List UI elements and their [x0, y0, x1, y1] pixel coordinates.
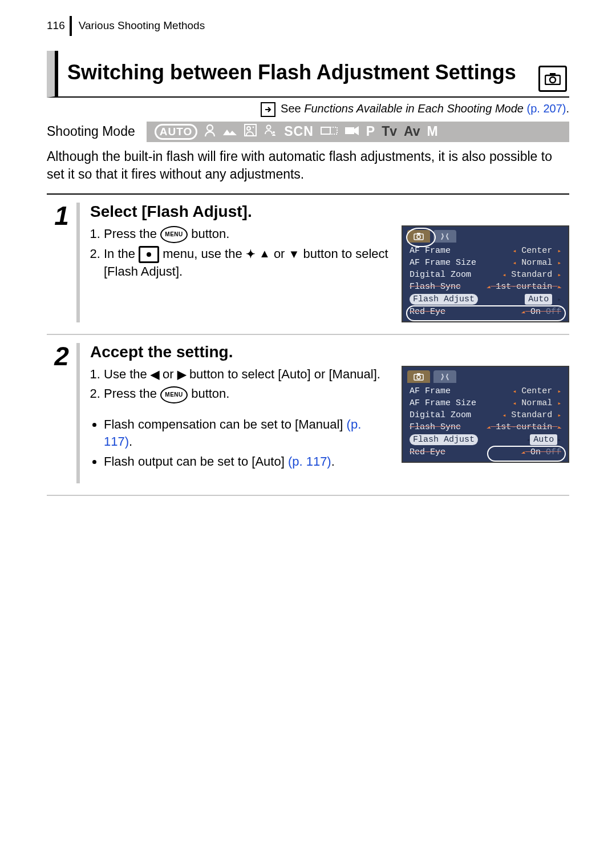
step-number: 1 — [54, 203, 69, 322]
camera-mode-icon — [538, 66, 567, 92]
lcd-row: Flash Sync◂ 1st-curtain ▸ — [407, 421, 564, 433]
step2-instruction-1: Use the ◀ or ▶ button to select [Auto] o… — [104, 366, 390, 383]
lcd-label: AF Frame — [410, 386, 451, 396]
svg-rect-10 — [345, 127, 354, 134]
lcd-row: Flash Sync◂ 1st-curtain ▸ — [407, 281, 564, 293]
down-arrow-icon: ▼ — [289, 248, 300, 260]
shooting-mode-label: Shooting Mode — [47, 124, 135, 139]
lcd-value-wrap: ◂ Normal ▸ — [513, 258, 561, 268]
lcd-label: Flash Sync — [410, 282, 461, 292]
lcd-value-wrap: ◂Auto▸ — [526, 435, 561, 445]
step2-bullet-1: Flash compensation can be set to [Manual… — [104, 416, 390, 451]
lcd-value-wrap: Auto ▸ — [525, 294, 561, 304]
svg-rect-1 — [550, 73, 556, 76]
mode-tv-label: Tv — [382, 124, 397, 139]
lcd-label: Flash Adjust — [410, 434, 478, 445]
lcd-row: AF Frame◂ Center ▸ — [407, 245, 564, 257]
step-number: 2 — [54, 343, 69, 483]
step1-instruction-1: Press the MENU button. — [104, 225, 390, 243]
intro-text: Although the built-in flash will fire wi… — [47, 148, 569, 183]
svg-rect-9 — [330, 127, 337, 134]
lcd-value-wrap: ◂ Center ▸ — [513, 386, 561, 396]
mode-kids-pets-icon — [264, 124, 277, 140]
page-number: 116 — [47, 16, 72, 36]
lcd-label: AF Frame Size — [410, 398, 476, 408]
mode-auto-icon: AUTO — [155, 124, 197, 140]
lcd-value-wrap: ◂ Standard ▸ — [502, 410, 561, 420]
lcd-row: AF Frame Size◂ Normal ▸ — [407, 397, 564, 409]
svg-rect-12 — [417, 233, 420, 235]
page-link[interactable]: (p. 117) — [288, 454, 331, 469]
step-1: 1 Select [Flash Adjust]. Press the MENU … — [47, 195, 569, 335]
lcd-row: Red-Eye◂ On Off — [407, 306, 564, 318]
svg-point-7 — [273, 131, 275, 134]
lcd-value-wrap: ◂ Standard ▸ — [502, 270, 561, 280]
lcd-row: Flash AdjustAuto ▸ — [407, 293, 564, 306]
lcd-row: Digital Zoom◂ Standard ▸ — [407, 269, 564, 281]
menu-button-icon: MENU — [160, 386, 188, 403]
mode-night-icon — [244, 124, 257, 140]
lcd-row: Flash Adjust◂Auto▸ — [407, 433, 564, 446]
mode-av-label: Av — [404, 124, 420, 139]
mode-portrait-icon — [204, 124, 216, 140]
lcd-label: Red-Eye — [410, 307, 445, 317]
lcd-value-wrap: ◂ Normal ▸ — [513, 398, 561, 408]
up-arrow-icon: ✦ — [246, 248, 256, 260]
arrow-right-icon — [261, 102, 275, 117]
svg-point-2 — [550, 77, 556, 83]
lcd-row: Red-Eye◂ On Off — [407, 446, 564, 458]
svg-point-13 — [417, 235, 420, 239]
lcd-tab-rec-icon — [407, 230, 430, 243]
shooting-mode-row: Shooting Mode AUTO SCN P Tv Av M — [47, 122, 569, 142]
lcd-tab-tools-icon — [433, 370, 456, 383]
svg-point-16 — [417, 376, 420, 379]
see-reference: See Functions Available in Each Shooting… — [47, 102, 569, 117]
mode-p-label: P — [366, 124, 375, 139]
step-title: Select [Flash Adjust]. — [90, 203, 569, 221]
lcd-row: Digital Zoom◂ Standard ▸ — [407, 409, 564, 421]
lcd-tab-tools-icon — [433, 230, 456, 243]
svg-point-6 — [267, 125, 271, 129]
title-block: Switching between Flash Adjustment Setti… — [47, 51, 569, 98]
lcd-row: AF Frame Size◂ Normal ▸ — [407, 257, 564, 269]
lcd-label: Red-Eye — [410, 447, 445, 457]
left-arrow-icon: ◀ — [151, 368, 159, 381]
lcd-label: Digital Zoom — [410, 270, 471, 280]
see-page-link[interactable]: (p. 207) — [527, 102, 566, 115]
step1-instruction-2: In the menu, use the ✦ placeholder ▲ or … — [104, 245, 390, 281]
mode-stitch-icon — [321, 124, 338, 139]
step-2: 2 Accept the setting. Use the ◀ or ▶ but… — [47, 335, 569, 496]
up-arrow-icon: ▲ — [259, 245, 270, 261]
step2-instruction-2: Press the MENU button. — [104, 385, 390, 403]
lcd-label: Digital Zoom — [410, 410, 471, 420]
see-dot: . — [566, 102, 569, 115]
lcd-value-wrap: ◂ On Off — [521, 447, 561, 457]
right-arrow-icon: ▶ — [177, 368, 186, 381]
rec-menu-icon — [139, 246, 159, 263]
mode-m-label: M — [427, 124, 438, 139]
lcd-tab-rec-icon — [407, 370, 430, 383]
svg-rect-8 — [321, 127, 330, 134]
lcd-label: Flash Sync — [410, 422, 461, 432]
page-header: 116 Various Shooting Methods — [47, 16, 569, 36]
lcd-label: AF Frame Size — [410, 258, 476, 268]
lcd-value-wrap: ◂ Center ▸ — [513, 246, 561, 256]
mode-scn-label: SCN — [284, 124, 314, 139]
mode-landscape-icon — [222, 124, 237, 139]
lcd-row: AF Frame◂ Center ▸ — [407, 385, 564, 397]
menu-button-icon: MENU — [160, 226, 188, 243]
lcd-value-wrap: ◂ 1st-curtain ▸ — [487, 422, 561, 432]
lcd-screenshot-2: AF Frame◂ Center ▸AF Frame Size◂ Normal … — [402, 366, 569, 463]
svg-point-5 — [247, 127, 250, 130]
lcd-label: Flash Adjust — [410, 294, 478, 305]
svg-point-3 — [207, 125, 213, 131]
mode-movie-icon — [345, 124, 359, 139]
page-title: Switching between Flash Adjustment Setti… — [67, 60, 538, 84]
section-name: Various Shooting Methods — [79, 19, 205, 32]
lcd-label: AF Frame — [410, 246, 451, 256]
lcd-screenshot-1: AF Frame◂ Center ▸AF Frame Size◂ Normal … — [402, 225, 569, 322]
see-title: Functions Available in Each Shooting Mod… — [304, 102, 524, 115]
lcd-value-wrap: ◂ On Off — [521, 307, 561, 317]
step-title: Accept the setting. — [90, 343, 569, 361]
lcd-value-wrap: ◂ 1st-curtain ▸ — [487, 282, 561, 292]
